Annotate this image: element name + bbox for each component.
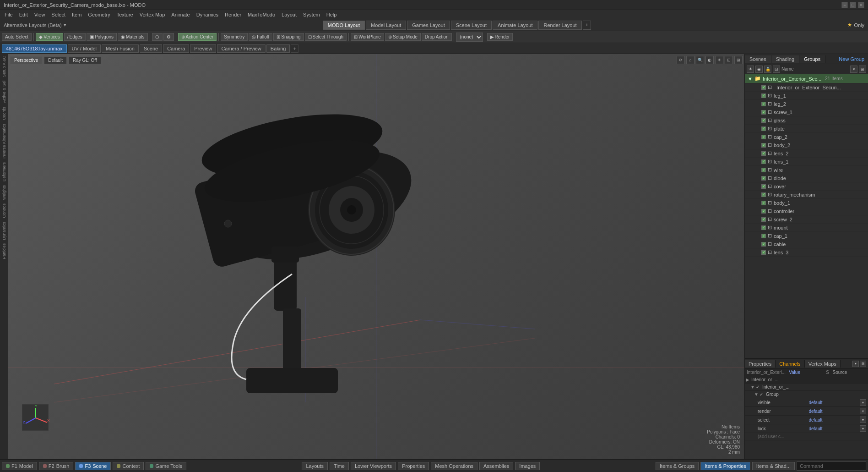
none-select[interactable]: (none) bbox=[456, 33, 483, 42]
scene-btn6[interactable]: ⊞ bbox=[859, 66, 866, 73]
drop-action-btn[interactable]: Drop Action bbox=[422, 33, 452, 41]
new-group-btn[interactable]: New Group bbox=[835, 55, 868, 63]
tree-item[interactable]: ✓ ⊡ leg_1 bbox=[745, 92, 868, 100]
camera-tab[interactable]: Camera bbox=[163, 44, 189, 53]
tree-item[interactable]: ✓ ⊡ diode bbox=[745, 174, 868, 182]
ch-dropdown-1[interactable]: ▾ bbox=[860, 408, 866, 414]
tree-group-header[interactable]: ▼ 📁 Interior_or_Exterior_Sec... 21 Items bbox=[745, 74, 868, 83]
menu-dynamics[interactable]: Dynamics bbox=[194, 11, 221, 18]
ch-subgroup-row[interactable]: ▼ ✓ Interior_or_... bbox=[745, 384, 868, 391]
sidebar-active[interactable]: Active & Sel bbox=[1, 79, 7, 105]
tree-checkbox-12[interactable]: ✓ bbox=[761, 192, 766, 197]
sphere-icon-btn[interactable]: ⬡ bbox=[152, 33, 163, 41]
tree-checkbox-6[interactable]: ✓ bbox=[761, 143, 766, 148]
tab-model[interactable]: F1 Model bbox=[2, 462, 37, 470]
tree-checkbox-7[interactable]: ✓ bbox=[761, 151, 766, 156]
tree-checkbox-10[interactable]: ✓ bbox=[761, 176, 766, 181]
vp-icon-1[interactable]: ⟳ bbox=[677, 56, 685, 64]
tree-root-item[interactable]: ✓ ⊡ _Interior_or_Exterior_Securi... bbox=[745, 83, 868, 92]
tree-item[interactable]: ✓ ⊡ screw_1 bbox=[745, 108, 868, 116]
edges-btn[interactable]: / Edges bbox=[64, 33, 86, 41]
ch-group-item[interactable]: ▼ ✓ Group bbox=[745, 391, 868, 398]
vp-icon-7[interactable]: ⊞ bbox=[734, 56, 743, 64]
tree-checkbox-0[interactable]: ✓ bbox=[761, 93, 766, 98]
bb-time[interactable]: Time bbox=[330, 462, 349, 470]
menu-view[interactable]: View bbox=[32, 11, 48, 18]
scene-eye-btn[interactable]: 👁 bbox=[747, 66, 754, 73]
ch-group-row-1[interactable]: ▶ Interior_or_... bbox=[745, 376, 868, 384]
tab-context[interactable]: Context bbox=[113, 462, 144, 470]
tab-brush[interactable]: F2 Brush bbox=[39, 462, 74, 470]
tree-item[interactable]: ✓ ⊡ cable bbox=[745, 240, 868, 248]
ch-dropdown-0[interactable]: ▾ bbox=[860, 399, 866, 406]
root-checkbox[interactable]: ✓ bbox=[761, 85, 766, 90]
tree-item[interactable]: ✓ ⊡ lens_2 bbox=[745, 149, 868, 158]
tree-item[interactable]: ✓ ⊡ cap_2 bbox=[745, 133, 868, 141]
tab-game-tools[interactable]: Game Tools bbox=[146, 462, 186, 470]
active-file-tab[interactable]: 4814678O318:lay-unmax bbox=[2, 44, 67, 53]
rpb-btn1[interactable]: ▾ bbox=[852, 361, 859, 367]
tab-animate-layout[interactable]: Animate Layout bbox=[493, 21, 537, 30]
gear-icon-btn[interactable]: ⚙ bbox=[163, 33, 174, 41]
sidebar-setup[interactable]: Setup A &C bbox=[1, 54, 7, 79]
tree-checkbox-16[interactable]: ✓ bbox=[761, 225, 766, 230]
tab-modo-layout[interactable]: MODO Layout bbox=[323, 21, 365, 30]
tab-properties[interactable]: Properties bbox=[745, 360, 776, 368]
menu-item[interactable]: Item bbox=[69, 11, 84, 18]
ch-dropdown-2[interactable]: ▾ bbox=[860, 417, 866, 423]
ch-row[interactable]: render default ▾ bbox=[745, 407, 868, 416]
menu-render[interactable]: Render bbox=[222, 11, 244, 18]
bb-items-groups[interactable]: Items & Groups bbox=[656, 462, 699, 470]
ch-row[interactable]: visible default ▾ bbox=[745, 398, 868, 407]
tree-checkbox-14[interactable]: ✓ bbox=[761, 209, 766, 214]
auto-select-btn[interactable]: Auto Select bbox=[2, 33, 32, 41]
camera-preview-tab[interactable]: Camera / Preview bbox=[217, 44, 265, 53]
tree-checkbox-19[interactable]: ✓ bbox=[761, 250, 766, 255]
sidebar-dynamics[interactable]: Dynamics bbox=[1, 220, 7, 242]
vp-icon-6[interactable]: ⊡ bbox=[725, 56, 733, 64]
tree-item[interactable]: ✓ ⊡ cap_1 bbox=[745, 232, 868, 240]
menu-texture[interactable]: Texture bbox=[114, 11, 136, 18]
menu-maxtomodo[interactable]: MaxToModo bbox=[245, 11, 278, 18]
bb-images[interactable]: Images bbox=[515, 462, 540, 470]
perspective-btn[interactable]: Perspective bbox=[10, 56, 42, 64]
menu-help[interactable]: Help bbox=[324, 11, 340, 18]
tree-checkbox-18[interactable]: ✓ bbox=[761, 242, 766, 247]
tree-item[interactable]: ✓ ⊡ leg_2 bbox=[745, 100, 868, 108]
ch-add-user[interactable]: (add user c... bbox=[745, 433, 868, 440]
bb-properties[interactable]: Properties bbox=[398, 462, 429, 470]
select-through-btn[interactable]: ⊡ Select Through bbox=[305, 33, 347, 41]
window-controls[interactable]: − □ × bbox=[841, 2, 864, 8]
tree-item[interactable]: ✓ ⊡ body_2 bbox=[745, 141, 868, 149]
vp-icon-4[interactable]: ◐ bbox=[705, 56, 714, 64]
uv-model-tab[interactable]: UV / Model bbox=[68, 44, 101, 53]
menu-vertex-map[interactable]: Vertex Map bbox=[137, 11, 168, 18]
tree-item[interactable]: ✓ ⊡ screw_2 bbox=[745, 215, 868, 224]
tab-channels[interactable]: Channels bbox=[776, 360, 804, 368]
sidebar-coords[interactable]: Coords bbox=[1, 105, 7, 122]
menu-edit[interactable]: Edit bbox=[16, 11, 31, 18]
setup-mode-btn[interactable]: ⊕ Setup Mode bbox=[385, 33, 421, 41]
vp-icon-5[interactable]: ☀ bbox=[715, 56, 723, 64]
layout-dropdown-arrow[interactable]: ▾ bbox=[64, 22, 66, 28]
menu-geometry[interactable]: Geometry bbox=[85, 11, 113, 18]
scene-tab[interactable]: Scene bbox=[140, 44, 162, 53]
tree-item[interactable]: ✓ ⊡ body_1 bbox=[745, 199, 868, 207]
symmetry-btn[interactable]: Symmetry bbox=[221, 33, 248, 41]
tree-item[interactable]: ✓ ⊡ glass bbox=[745, 116, 868, 125]
vp-search-icon[interactable]: 🔍 bbox=[696, 56, 704, 64]
add-sub-tab[interactable]: + bbox=[291, 44, 298, 53]
tree-checkbox-17[interactable]: ✓ bbox=[761, 234, 766, 238]
tab-games-layout[interactable]: Games Layout bbox=[407, 21, 450, 30]
tree-item[interactable]: ✓ ⊡ rotary_mechanism bbox=[745, 191, 868, 199]
sidebar-weights[interactable]: Weights bbox=[1, 183, 7, 202]
menu-file[interactable]: File bbox=[2, 11, 16, 18]
falloff-btn[interactable]: ◎ Falloff bbox=[249, 33, 272, 41]
menu-layout[interactable]: Layout bbox=[279, 11, 299, 18]
rpb-btn2[interactable]: ⊞ bbox=[860, 361, 866, 367]
baking-tab[interactable]: Baking bbox=[266, 44, 290, 53]
scene-render-btn[interactable]: ◉ bbox=[755, 66, 763, 73]
workplane-btn[interactable]: ⊞ WorkPlane bbox=[351, 33, 384, 41]
tab-vertex-maps[interactable]: Vertex Maps bbox=[805, 360, 841, 368]
scene-btn5[interactable]: ▾ bbox=[850, 66, 857, 73]
